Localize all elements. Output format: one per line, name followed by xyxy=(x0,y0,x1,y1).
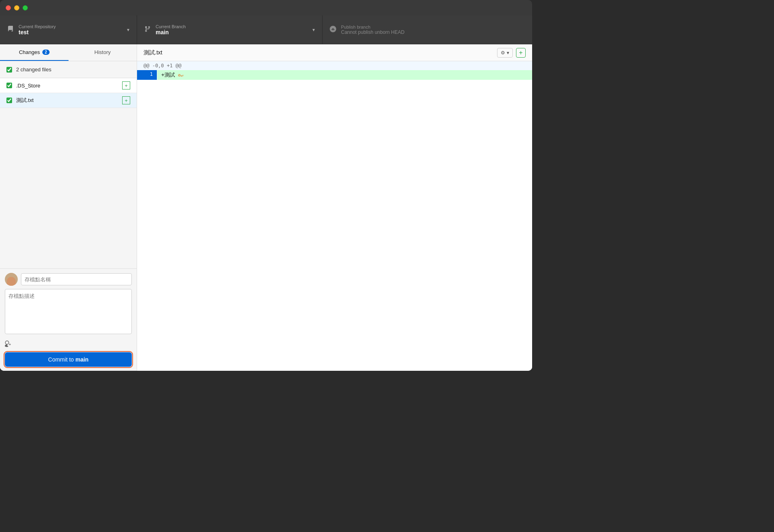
minimize-button[interactable] xyxy=(14,5,19,10)
ds-store-checkbox[interactable] xyxy=(6,83,12,88)
diff-header: 測試.txt ⚙ ▾ + xyxy=(137,44,532,61)
diff-content: @@ -0,0 +1 @@ 1 +測試 ⊘↵ xyxy=(137,61,532,371)
branch-icon xyxy=(144,26,151,34)
changed-files-count: 2 changed files xyxy=(16,66,51,73)
file-list: .DS_Store + 測試.txt + xyxy=(0,78,137,268)
ds-store-status-icon: + xyxy=(122,81,130,89)
diff-filename: 測試.txt xyxy=(144,49,497,56)
test-txt-status-icon: + xyxy=(122,96,130,104)
file-item-ds-store[interactable]: .DS_Store + xyxy=(0,78,137,93)
diff-actions: ⚙ ▾ + xyxy=(497,48,526,58)
toolbar: Current Repository test ▾ Current Branch… xyxy=(0,15,532,44)
repository-value: test xyxy=(19,29,56,35)
file-item-test-txt[interactable]: 測試.txt + xyxy=(0,93,137,108)
tab-changes-badge: 2 xyxy=(42,50,50,55)
repo-icon xyxy=(7,26,14,34)
ds-store-filename: .DS_Store xyxy=(16,83,122,89)
commit-button-branch: main xyxy=(75,356,89,363)
diff-add-button[interactable]: + xyxy=(516,48,526,58)
commit-button-text: Commit to xyxy=(48,356,75,363)
publish-branch-section[interactable]: Publish branch Cannot publish unborn HEA… xyxy=(322,15,532,44)
test-txt-filename: 測試.txt xyxy=(16,97,122,104)
hunk-header-text: @@ -0,0 +1 @@ xyxy=(144,63,181,69)
branch-text: Current Branch main xyxy=(156,24,186,35)
diff-hunk-header: @@ -0,0 +1 @@ xyxy=(137,61,532,70)
diff-line-1: 1 +測試 ⊘↵ xyxy=(137,70,532,80)
co-author-icon xyxy=(5,341,11,348)
tab-history-label: History xyxy=(94,49,110,55)
select-all-checkbox[interactable] xyxy=(6,67,12,73)
commit-area: Commit to main xyxy=(0,268,137,371)
commit-button[interactable]: Commit to main xyxy=(5,352,132,367)
branch-label: Current Branch xyxy=(156,24,186,29)
title-bar xyxy=(0,0,532,15)
tab-changes-label: Changes xyxy=(19,49,40,55)
avatar-face xyxy=(7,277,16,286)
tab-history[interactable]: History xyxy=(69,44,137,61)
diff-settings-button[interactable]: ⚙ ▾ xyxy=(497,48,513,58)
repository-label: Current Repository xyxy=(19,24,56,29)
main-area: Changes 2 History 2 changed files .DS_St… xyxy=(0,44,532,371)
sidebar-tabs: Changes 2 History xyxy=(0,44,137,61)
no-newline-icon: ⊘↵ xyxy=(178,73,183,78)
repository-chevron-icon: ▾ xyxy=(127,27,129,33)
publish-icon xyxy=(330,26,336,34)
tab-changes[interactable]: Changes 2 xyxy=(0,44,69,61)
changed-files-header: 2 changed files xyxy=(0,61,137,78)
commit-description-textarea[interactable] xyxy=(5,289,132,334)
gear-icon: ⚙ xyxy=(501,50,505,56)
current-repository-section[interactable]: Current Repository test ▾ xyxy=(0,15,137,44)
avatar xyxy=(5,273,18,286)
close-button[interactable] xyxy=(6,5,11,10)
commit-title-input[interactable] xyxy=(21,273,132,285)
repository-text: Current Repository test xyxy=(19,24,56,35)
publish-text: Publish branch Cannot publish unborn HEA… xyxy=(341,25,404,35)
plus-icon: + xyxy=(519,49,522,56)
branch-chevron-icon: ▾ xyxy=(312,27,315,33)
diff-line-content-1: +測試 ⊘↵ xyxy=(157,70,187,80)
test-txt-checkbox[interactable] xyxy=(6,98,12,103)
publish-label: Publish branch xyxy=(341,25,404,29)
co-author-row xyxy=(5,339,132,350)
current-branch-section[interactable]: Current Branch main ▾ xyxy=(137,15,322,44)
settings-chevron-icon: ▾ xyxy=(507,50,509,56)
diff-area: 測試.txt ⚙ ▾ + @@ -0,0 +1 @@ 1 +測試 ⊘↵ xyxy=(137,44,532,371)
publish-sublabel: Cannot publish unborn HEAD xyxy=(341,29,404,35)
sidebar: Changes 2 History 2 changed files .DS_St… xyxy=(0,44,137,371)
maximize-button[interactable] xyxy=(23,5,28,10)
branch-value: main xyxy=(156,29,186,35)
commit-top-row xyxy=(5,273,132,286)
diff-line-num-1: 1 xyxy=(137,70,157,80)
